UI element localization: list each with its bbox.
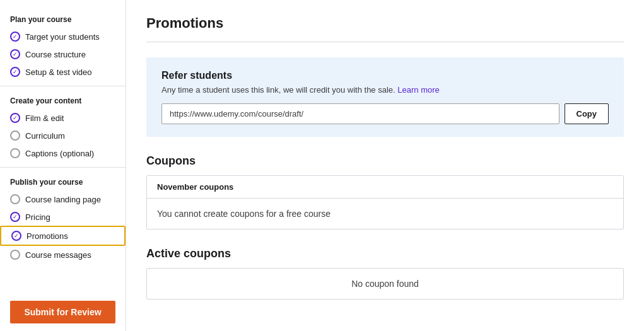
sidebar-item-label: Course structure <box>25 50 86 59</box>
copy-button[interactable]: Copy <box>565 103 609 124</box>
sidebar-item-label: Curriculum <box>25 131 65 141</box>
header-divider <box>146 42 624 42</box>
sidebar-item-label: Course landing page <box>25 195 101 204</box>
refer-description: Any time a student uses this link, we wi… <box>161 85 609 95</box>
sidebar-divider-1 <box>0 86 126 86</box>
coupons-section: Coupons November coupons You cannot crea… <box>146 154 624 229</box>
coupon-box-header: November coupons <box>147 176 623 199</box>
coupon-box: November coupons You cannot create coupo… <box>146 175 624 229</box>
check-icon-setup: ✓ <box>10 67 20 77</box>
circle-icon-messages <box>10 250 20 260</box>
active-coupons-box: No coupon found <box>146 268 624 299</box>
sidebar-item-label: Setup & test video <box>25 67 92 77</box>
sidebar-item-course-messages[interactable]: Course messages <box>0 246 126 264</box>
page-title: Promotions <box>146 15 624 32</box>
check-icon-target: ✓ <box>10 32 20 42</box>
sidebar: Plan your course ✓ Target your students … <box>0 0 126 331</box>
active-coupons-title: Active coupons <box>146 247 624 260</box>
sidebar-footer: Submit for Review <box>0 293 126 331</box>
sidebar-item-curriculum[interactable]: Curriculum <box>0 127 126 144</box>
sidebar-item-promotions[interactable]: ✓ Promotions <box>0 226 126 246</box>
sidebar-item-label: Promotions <box>26 231 68 241</box>
refer-students-card: Refer students Any time a student uses t… <box>146 57 624 137</box>
active-coupons-section: Active coupons No coupon found <box>146 247 624 299</box>
sidebar-item-film[interactable]: ✓ Film & edit <box>0 109 126 127</box>
circle-icon-curriculum <box>10 131 20 141</box>
coupon-box-body: You cannot create coupons for a free cou… <box>147 199 623 229</box>
sidebar-section-title-publish: Publish your course <box>0 173 126 190</box>
learn-more-link[interactable]: Learn more <box>397 85 439 95</box>
coupons-section-title: Coupons <box>146 154 624 168</box>
check-icon-structure: ✓ <box>10 49 20 59</box>
sidebar-section-plan: Plan your course ✓ Target your students … <box>0 10 126 81</box>
no-coupon-text: No coupon found <box>351 279 419 289</box>
refer-desc-text: Any time a student uses this link, we wi… <box>161 85 395 95</box>
sidebar-item-captions[interactable]: Captions (optional) <box>0 144 126 162</box>
sidebar-section-publish: Publish your course Course landing page … <box>0 173 126 264</box>
sidebar-item-label: Course messages <box>25 250 91 260</box>
refer-input-row: Copy <box>161 103 609 124</box>
sidebar-item-label: Pricing <box>25 212 50 222</box>
referral-url-input[interactable] <box>161 103 559 124</box>
sidebar-item-setup-test[interactable]: ✓ Setup & test video <box>0 63 126 81</box>
sidebar-item-label: Target your students <box>25 32 100 42</box>
sidebar-item-pricing[interactable]: ✓ Pricing <box>0 208 126 226</box>
check-icon-pricing: ✓ <box>10 212 20 222</box>
sidebar-divider-2 <box>0 167 126 168</box>
sidebar-item-label: Film & edit <box>25 113 64 123</box>
sidebar-section-title-create: Create your content <box>0 91 126 109</box>
check-icon-promotions: ✓ <box>11 231 21 241</box>
refer-title: Refer students <box>161 70 609 81</box>
sidebar-section-title-plan: Plan your course <box>0 10 126 28</box>
sidebar-item-label: Captions (optional) <box>25 149 94 158</box>
submit-for-review-button[interactable]: Submit for Review <box>10 301 115 323</box>
check-icon-film: ✓ <box>10 113 20 123</box>
main-content: Promotions Refer students Any time a stu… <box>126 0 644 331</box>
sidebar-item-course-structure[interactable]: ✓ Course structure <box>0 45 126 63</box>
circle-icon-landing <box>10 194 20 204</box>
circle-icon-captions <box>10 148 20 158</box>
sidebar-section-create: Create your content ✓ Film & edit Curric… <box>0 91 126 162</box>
sidebar-item-target-students[interactable]: ✓ Target your students <box>0 28 126 45</box>
sidebar-item-landing-page[interactable]: Course landing page <box>0 190 126 208</box>
